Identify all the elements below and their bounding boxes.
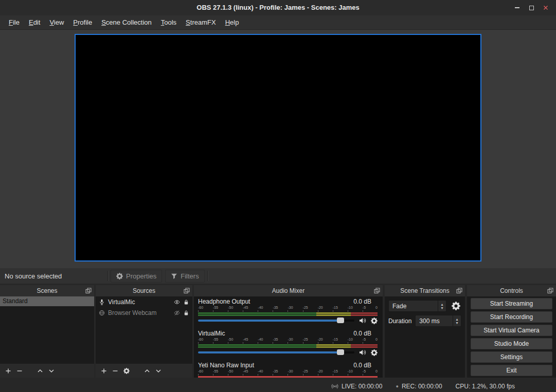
meter-tickmarks bbox=[198, 342, 378, 344]
globe-icon bbox=[99, 310, 105, 316]
volume-meter bbox=[198, 346, 378, 348]
rec-time: REC: 00:00:00 bbox=[402, 383, 442, 390]
transition-selected-value: Fade bbox=[389, 303, 438, 310]
controls-body: Start Streaming Start Recording Start Vi… bbox=[467, 296, 556, 380]
microphone-icon bbox=[99, 299, 105, 305]
transition-properties-button[interactable] bbox=[450, 301, 461, 311]
exit-button[interactable]: Exit bbox=[471, 365, 552, 376]
volume-meter bbox=[198, 312, 378, 314]
source-name: Browser Webcam bbox=[108, 309, 171, 316]
filters-label: Filters bbox=[181, 272, 199, 280]
close-button[interactable] bbox=[539, 2, 553, 13]
volume-slider[interactable] bbox=[198, 351, 354, 353]
audio-mixer-title: Audio Mixer bbox=[194, 287, 383, 294]
maximize-icon bbox=[529, 6, 534, 10]
scene-transitions-header: Scene Transitions bbox=[385, 285, 465, 296]
settings-button[interactable]: Settings bbox=[471, 351, 552, 363]
controls-panel-title: Controls bbox=[467, 287, 556, 294]
record-icon: ● bbox=[396, 383, 398, 389]
maximize-button[interactable] bbox=[524, 2, 539, 13]
preview-canvas[interactable] bbox=[75, 34, 481, 262]
menu-item-scene-collection[interactable]: Scene Collection bbox=[97, 16, 156, 28]
dock-popout-icon[interactable] bbox=[85, 288, 92, 294]
scenes-panel-title: Scenes bbox=[0, 287, 94, 294]
controls-panel: Controls Start Streaming Start Recording… bbox=[467, 285, 556, 378]
move-source-up-button[interactable] bbox=[141, 366, 153, 376]
studio-mode-button[interactable]: Studio Mode bbox=[471, 338, 552, 349]
scenes-toolbar bbox=[0, 364, 94, 378]
transition-select[interactable]: Fade ▴ ▾ bbox=[388, 300, 446, 312]
gear-icon[interactable] bbox=[371, 349, 378, 356]
chevron-down-icon bbox=[48, 368, 55, 374]
cpu-status: CPU: 1.2%, 30.00 fps bbox=[456, 383, 515, 390]
menu-item-profile[interactable]: Profile bbox=[68, 16, 97, 28]
source-properties-button[interactable] bbox=[121, 366, 132, 376]
add-scene-button[interactable] bbox=[3, 366, 14, 376]
menu-item-edit[interactable]: Edit bbox=[24, 16, 45, 28]
eye-off-icon[interactable] bbox=[174, 310, 180, 316]
scene-transitions-title: Scene Transitions bbox=[385, 287, 465, 294]
no-source-selected-label: No source selected bbox=[0, 272, 106, 280]
speaker-icon[interactable] bbox=[359, 318, 366, 324]
sources-panel-header: Sources bbox=[96, 285, 192, 296]
window-title: OBS 27.1.3 (linux) - Profile: James - Sc… bbox=[0, 0, 556, 15]
duration-down-button[interactable]: ▾ bbox=[456, 321, 458, 325]
remove-scene-button[interactable] bbox=[14, 366, 25, 376]
transition-select-arrows[interactable]: ▴ ▾ bbox=[438, 301, 446, 311]
add-source-button[interactable] bbox=[98, 366, 110, 376]
lock-icon[interactable] bbox=[183, 299, 189, 305]
sources-toolbar bbox=[96, 364, 192, 378]
meter-scale: -60-55-50-45-40-35-30-25-20-15-10-50 bbox=[198, 338, 378, 342]
menubar: File Edit View Profile Scene Collection … bbox=[0, 15, 556, 30]
remove-source-button[interactable] bbox=[110, 366, 121, 376]
lock-icon[interactable] bbox=[183, 310, 189, 316]
volume-slider-fill bbox=[198, 320, 340, 322]
move-scene-up-button[interactable] bbox=[34, 366, 46, 376]
sources-panel: Sources VirtualMic Browser Webcam bbox=[96, 285, 192, 378]
move-scene-down-button[interactable] bbox=[46, 366, 57, 376]
source-name: VirtualMic bbox=[108, 298, 171, 306]
start-virtual-camera-button[interactable]: Start Virtual Camera bbox=[471, 325, 552, 336]
start-recording-button[interactable]: Start Recording bbox=[471, 311, 552, 323]
menu-item-help[interactable]: Help bbox=[221, 16, 244, 28]
plus-icon bbox=[5, 368, 11, 374]
broadcast-icon bbox=[331, 383, 338, 389]
sources-panel-title: Sources bbox=[96, 287, 192, 294]
volume-slider-handle[interactable] bbox=[337, 349, 344, 355]
audio-mixer-panel: Audio Mixer Headphone Output 0.0 dB -60-… bbox=[194, 285, 383, 378]
volume-meter bbox=[198, 344, 378, 346]
gear-icon[interactable] bbox=[371, 318, 378, 324]
dock-popout-icon[interactable] bbox=[456, 288, 462, 294]
speaker-icon[interactable] bbox=[359, 349, 366, 356]
statusbar: LIVE: 00:00:00 ● REC: 00:00:00 CPU: 1.2%… bbox=[0, 380, 556, 392]
menu-item-tools[interactable]: Tools bbox=[156, 16, 181, 28]
duration-spinbox[interactable]: 300 ms ▴ ▾ bbox=[415, 315, 461, 327]
volume-slider-handle[interactable] bbox=[337, 318, 344, 323]
toolbar-separator bbox=[107, 271, 108, 281]
menu-item-streamfx[interactable]: StreamFX bbox=[181, 16, 221, 28]
dock-popout-icon[interactable] bbox=[547, 288, 553, 294]
menu-item-file[interactable]: File bbox=[4, 16, 24, 28]
menu-item-view[interactable]: View bbox=[45, 16, 68, 28]
start-streaming-button[interactable]: Start Streaming bbox=[471, 298, 552, 309]
scene-item-standard[interactable]: Standard bbox=[0, 296, 94, 306]
rec-status: ● REC: 00:00:00 bbox=[396, 383, 442, 390]
move-source-down-button[interactable] bbox=[153, 366, 164, 376]
duration-value: 300 ms bbox=[416, 318, 453, 325]
mixer-channel-virtualmic: VirtualMic 0.0 dB -60-55-50-45-40-35-30-… bbox=[198, 330, 378, 356]
minus-icon bbox=[16, 368, 23, 374]
source-item-virtualmic[interactable]: VirtualMic bbox=[96, 296, 192, 307]
volume-slider[interactable] bbox=[198, 320, 354, 322]
minimize-button[interactable] bbox=[510, 2, 524, 13]
properties-button[interactable]: Properties bbox=[111, 270, 162, 283]
dock-popout-icon[interactable] bbox=[374, 288, 380, 294]
sources-list: VirtualMic Browser Webcam bbox=[96, 296, 192, 364]
channel-name: Headphone Output bbox=[198, 298, 353, 305]
minimize-icon bbox=[515, 7, 519, 8]
volume-meter bbox=[198, 314, 378, 316]
close-icon bbox=[543, 5, 548, 10]
dock-popout-icon[interactable] bbox=[184, 288, 190, 294]
filters-button[interactable]: Filters bbox=[165, 270, 204, 283]
eye-icon[interactable] bbox=[174, 299, 180, 305]
source-item-browser-webcam[interactable]: Browser Webcam bbox=[96, 307, 192, 318]
